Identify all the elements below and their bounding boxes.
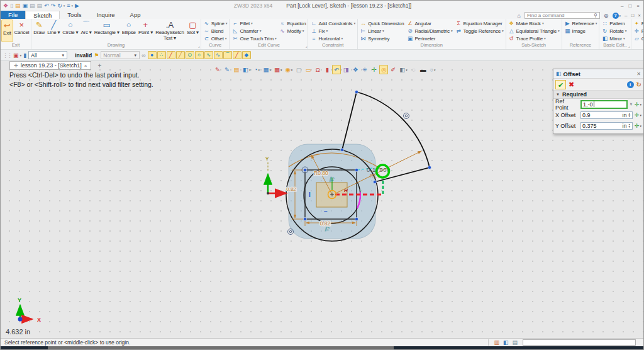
point-picker[interactable]: ✛ ▾ <box>635 101 641 108</box>
ribbon-toggle-reference-button[interactable]: ⇄Toggle Reference▾ <box>455 27 503 35</box>
target-snap-icon[interactable]: ◎ <box>379 65 388 74</box>
y-offset-spinner[interactable]: ▲▼ <box>628 123 630 128</box>
ribbon-trace-profile-button[interactable]: ↺Trace Profile▾ <box>508 35 560 42</box>
annotate-icon[interactable]: ✎ <box>223 65 231 74</box>
panel-toggle-icon[interactable]: ▥ <box>494 339 499 346</box>
new-file-icon[interactable]: ▯ <box>10 3 13 9</box>
offset-dialog-titlebar[interactable]: ◧ Offset ✕ <box>553 69 643 79</box>
dialog-launcher-icon[interactable]: ⌟ <box>628 43 630 49</box>
filter-circle-icon[interactable]: ○ <box>195 51 204 59</box>
stamp-icon[interactable]: ◨ <box>341 65 350 74</box>
close-button[interactable]: × <box>636 3 640 9</box>
regen-icon[interactable]: ↻ <box>57 3 62 9</box>
ribbon-linear-button[interactable]: ⊢Linear▾ <box>360 27 404 35</box>
ribbon-equilateral-triangle-button[interactable]: △Equilateral Triangle▾ <box>508 27 560 35</box>
filter-face-icon[interactable]: ◆ <box>242 51 251 59</box>
filter-curve-icon[interactable]: ∿ <box>214 51 223 59</box>
ribbon-angular-button[interactable]: ∠Angular <box>406 20 452 27</box>
ribbon-ellipse-button[interactable]: ○Ellipse <box>121 20 137 42</box>
ribbon-horizontal-button[interactable]: =Horizontal▾ <box>310 35 355 42</box>
ribbon-modify-button[interactable]: ∿Modify▾ <box>279 27 306 35</box>
document-tab[interactable]: ✛ lesson 19.Z3 - [Sketch1] × <box>9 61 91 70</box>
filter-line-icon[interactable]: ╱ <box>176 51 185 59</box>
ribbon-fix-button[interactable]: ⊥Fix▾ <box>310 27 355 35</box>
home-icon[interactable]: ⌂ <box>518 13 521 19</box>
filter-shape-icon[interactable]: ● <box>148 51 157 59</box>
dropdown-caret-icon[interactable]: ▾ <box>64 4 65 8</box>
tab-tools[interactable]: Tools <box>60 11 89 19</box>
filter-circle-center-icon[interactable]: ⊙ <box>186 51 194 59</box>
dim-left-text[interactable]: 0.82 <box>286 186 296 192</box>
y-offset-input[interactable]: 0.375 in ▲▼ <box>580 122 633 130</box>
light-icon[interactable]: Ω <box>313 65 322 74</box>
grid-snap-icon[interactable]: ▦▾ <box>273 65 284 74</box>
shade-mode-icon[interactable]: ◔▾ <box>253 65 262 74</box>
open-file-icon[interactable]: ▤ <box>15 3 21 9</box>
layer-dropdown[interactable]: Normal ▼ <box>101 51 140 59</box>
ribbon-blend-button[interactable]: ∼Blend <box>203 27 228 35</box>
analyze-button[interactable]: ▮ <box>23 52 26 59</box>
undo-curve-icon[interactable]: ↶ <box>332 65 341 74</box>
grid-display-icon[interactable]: ▦▾ <box>262 65 273 74</box>
circle-display-icon[interactable]: ◉▾ <box>284 65 294 74</box>
app-logo-icon[interactable]: ❖ <box>3 3 8 9</box>
sketch-edit-icon[interactable]: ✎ <box>213 65 222 74</box>
ribbon-one-touch-trim-button[interactable]: ✂One Touch Trim▾ <box>231 35 276 42</box>
close-dialog-icon[interactable]: ✕ <box>636 71 641 77</box>
drag-mode-icon[interactable]: ❖ <box>351 65 360 74</box>
ribbon-add-constraints-button[interactable]: ∟Add Constraints▾ <box>310 20 355 27</box>
redo-icon[interactable]: ↷ <box>51 3 56 9</box>
y-offset-picker[interactable]: ✛ ▾ <box>635 123 641 129</box>
save-file-icon[interactable]: ▣ <box>23 3 28 9</box>
doc-close-button[interactable]: × <box>638 13 641 18</box>
ribbon-overlap-button[interactable]: ▱Overlap▾ <box>633 35 644 42</box>
link-icon[interactable]: ∞ <box>142 52 145 59</box>
ribbon-fillet-button[interactable]: ⌐Fillet▾ <box>231 20 276 27</box>
find-command-box[interactable]: Find a command ⚲ <box>525 12 600 19</box>
plot-icon[interactable]: ▤ <box>37 3 43 9</box>
entity-filter-dropdown[interactable]: All ▼ <box>28 51 67 59</box>
parallel-badge-bottom[interactable]: ∥2 <box>325 226 330 232</box>
column-display-icon[interactable]: ▮ <box>323 65 331 74</box>
doc-restore-button[interactable]: □ <box>631 13 634 18</box>
move-point-icon[interactable]: ✛ <box>370 65 379 74</box>
ribbon-reference-button[interactable]: ▶Reference▾ <box>564 20 597 27</box>
r080-text[interactable]: R0.80 <box>314 170 328 176</box>
ribbon-readysketch-text-button[interactable]: .AReadySketch Text ▾ <box>154 20 186 42</box>
ribbon-spline-button[interactable]: ∿Spline▾ <box>203 20 228 27</box>
ghost-circle-icon[interactable]: ◌ <box>409 65 418 74</box>
ribbon-chamfer-button[interactable]: ◺Chamfer▾ <box>231 27 276 35</box>
help-caret-icon[interactable]: ▾ <box>619 14 621 18</box>
cancel-button[interactable]: ✖ <box>569 80 574 89</box>
x-offset-picker[interactable]: ✛ ▾ <box>635 112 641 118</box>
dim-bottom-text[interactable]: 0.82 <box>320 220 331 227</box>
filter-arc-icon[interactable]: ⌒ <box>223 51 232 59</box>
filter-line-red-icon[interactable]: ╱ <box>167 51 175 59</box>
new-tab-button[interactable]: + <box>97 62 101 69</box>
filter-spline-icon[interactable]: ∿ <box>204 51 213 59</box>
tab-file[interactable]: File <box>1 11 25 19</box>
minimize-button[interactable]: – <box>621 3 623 9</box>
globe-icon[interactable]: ⊕ <box>604 13 609 19</box>
parallel-badge-top[interactable]: ∥2 <box>329 176 335 182</box>
ribbon-perimeter-button[interactable]: ▣Perimeter <box>406 35 452 42</box>
ribbon-point-button[interactable]: +Point ▾ <box>137 20 154 42</box>
dialog-launcher-icon[interactable]: ⌟ <box>306 43 308 49</box>
tab-inquire[interactable]: Inquire <box>89 11 123 19</box>
ribbon-equation-button[interactable]: ≈Equation <box>279 20 306 27</box>
ribbon-slot-button[interactable]: ▢Slot ▾ <box>186 20 200 42</box>
display-toggle-icon[interactable]: ◧ <box>503 339 509 346</box>
resume-icon[interactable]: ↻ <box>636 81 641 88</box>
ribbon-line-button[interactable]: ╱Line ▾ <box>46 20 61 42</box>
ribbon-radial-diametric-button[interactable]: ⊘Radial/Diametric▾ <box>406 27 452 35</box>
ribbon-equation-manager-button[interactable]: ΣEquation Manager <box>455 20 503 27</box>
customize-icon[interactable]: ≡ <box>67 3 70 9</box>
ribbon-make-block-button[interactable]: ❖Make Block▾ <box>508 20 560 27</box>
black-bar-icon[interactable]: ▬ <box>419 65 428 74</box>
dashed-circle-icon[interactable]: ◌▾ <box>428 65 437 74</box>
ribbon-arc-button[interactable]: ⌒Arc ▾ <box>79 20 92 42</box>
tab-app[interactable]: App <box>123 11 148 19</box>
x-offset-input[interactable]: 0.9 in ▲▼ <box>580 111 633 119</box>
ribbon-image-button[interactable]: ▦Image <box>564 27 597 35</box>
ribbon-circle-button[interactable]: ○Circle ▾ <box>61 20 79 42</box>
